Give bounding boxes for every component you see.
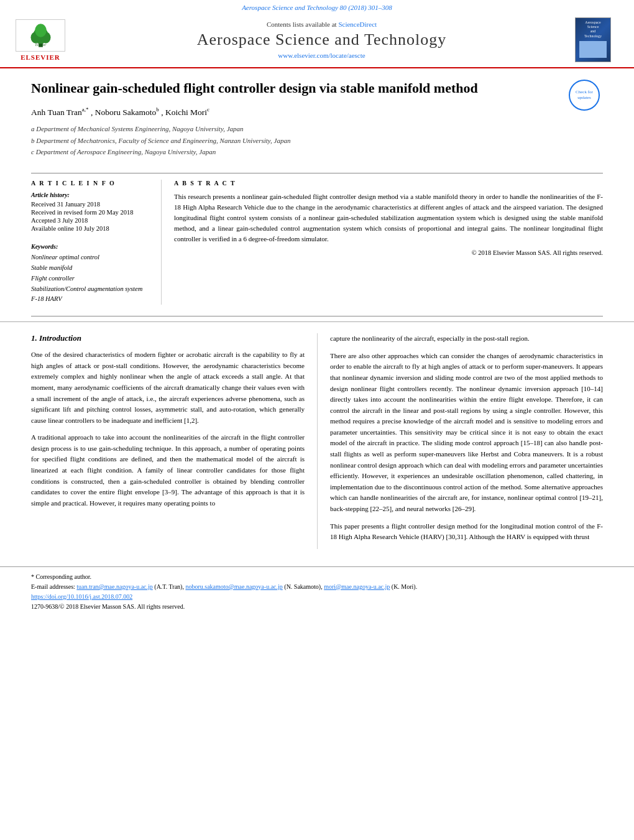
section1-para4: There are also other approaches which ca… bbox=[330, 351, 603, 515]
elsevier-label: ELSEVIER bbox=[21, 53, 60, 61]
email3-name: (K. Mori). bbox=[392, 583, 417, 590]
article-info-abstract: A R T I C L E I N F O Article history: R… bbox=[0, 173, 634, 311]
svg-point-4 bbox=[35, 24, 47, 37]
keyword-4: Stabilization/Control augmentation syste… bbox=[31, 284, 149, 295]
journal-header: Elsevier ELSEVIER Contents lists availab… bbox=[0, 12, 634, 68]
email3-link[interactable]: mori@mae.nagoya-u.ac.jp bbox=[324, 583, 390, 590]
email2-link[interactable]: noboru.sakamoto@mae.nagoya-u.ac.jp bbox=[185, 583, 282, 590]
page-wrapper: Aerospace Science and Technology 80 (201… bbox=[0, 0, 634, 840]
section1-para1: One of the desired characteristics of mo… bbox=[31, 349, 305, 426]
author2-name: , Noboru Sakamoto bbox=[91, 107, 156, 116]
accepted-date: Accepted 3 July 2018 bbox=[31, 217, 149, 224]
top-bar: Aerospace Science and Technology 80 (201… bbox=[0, 0, 634, 12]
cover-image bbox=[579, 41, 607, 58]
logo-box: Elsevier bbox=[16, 19, 65, 52]
check-label: Check forupdates bbox=[573, 87, 595, 103]
sciencedirect-link[interactable]: ScienceDirect bbox=[338, 21, 377, 28]
content-line: Contents lists available at ScienceDirec… bbox=[68, 21, 575, 28]
content-text: Contents lists available at bbox=[267, 21, 337, 28]
affiliation-c: c Department of Aerospace Engineering, N… bbox=[31, 146, 559, 158]
cover-title: AerospaceScienceandTechnology bbox=[584, 21, 602, 39]
abstract-section: A B S T R A C T This research presents a… bbox=[162, 180, 603, 305]
left-column: 1. Introduction One of the desired chara… bbox=[31, 333, 317, 549]
email1-name: (A.T. Tran), bbox=[154, 583, 184, 590]
author1-sup: a,* bbox=[82, 106, 89, 113]
author2-sup: b bbox=[156, 106, 159, 113]
article-title-block: Nonlinear gain-scheduled flight controll… bbox=[31, 80, 559, 167]
keyword-3: Flight controller bbox=[31, 274, 149, 284]
email2-name: (N. Sakamoto), bbox=[284, 583, 322, 590]
affiliations: a Department of Mechanical Systems Engin… bbox=[31, 123, 559, 158]
abstract-text: This research presents a nonlinear gain-… bbox=[174, 192, 603, 244]
article-info: A R T I C L E I N F O Article history: R… bbox=[31, 180, 162, 305]
divider-2 bbox=[31, 316, 603, 316]
authors-line: Anh Tuan Trana,* , Noboru Sakamotob , Ko… bbox=[31, 106, 559, 118]
section1-para5: This paper presents a flight controller … bbox=[330, 521, 603, 543]
elsevier-logo: Elsevier ELSEVIER bbox=[12, 19, 68, 61]
doi-line: https://doi.org/10.1016/j.ast.2018.07.00… bbox=[31, 592, 603, 602]
history-label: Article history: bbox=[31, 192, 149, 198]
section1-para3: capture the nonlinearity of the aircraft… bbox=[330, 333, 603, 344]
copyright: © 2018 Elsevier Masson SAS. All rights r… bbox=[174, 249, 603, 256]
affiliation-b: b Department of Mechatronics, Faculty of… bbox=[31, 135, 559, 147]
keywords-list: Nonlinear optimal control Stable manifol… bbox=[31, 252, 149, 305]
footnotes: * Corresponding author. E-mail addresses… bbox=[0, 566, 634, 612]
abstract-title: A B S T R A C T bbox=[174, 180, 603, 187]
check-for-updates-badge: Check forupdates bbox=[569, 80, 603, 114]
author1-name: Anh Tuan Tran bbox=[31, 107, 82, 116]
journal-ref: Aerospace Science and Technology 80 (201… bbox=[242, 4, 392, 11]
cover-box: AerospaceScienceandTechnology bbox=[575, 17, 611, 62]
keyword-5: F-18 HARV bbox=[31, 294, 149, 305]
email-label: E-mail addresses: bbox=[31, 583, 75, 590]
section1-para2: A traditional approach to take into acco… bbox=[31, 432, 305, 509]
section1-heading: 1. Introduction bbox=[31, 333, 305, 343]
keyword-2: Stable manifold bbox=[31, 263, 149, 274]
journal-url[interactable]: www.elsevier.com/locate/aescte bbox=[68, 52, 575, 59]
article-title: Nonlinear gain-scheduled flight controll… bbox=[31, 80, 559, 98]
available-date: Available online 10 July 2018 bbox=[31, 225, 149, 232]
email-line: E-mail addresses: tuan.tran@mae.nagoya-u… bbox=[31, 582, 603, 592]
keywords-label: Keywords: bbox=[31, 243, 149, 250]
elsevier-tree-icon: Elsevier bbox=[24, 23, 58, 48]
main-content: 1. Introduction One of the desired chara… bbox=[0, 321, 634, 555]
svg-text:Elsevier: Elsevier bbox=[34, 43, 46, 47]
affiliation-a: a Department of Mechanical Systems Engin… bbox=[31, 123, 559, 135]
check-circle: Check forupdates bbox=[569, 80, 600, 111]
issn-line: 1270-9638/© 2018 Elsevier Masson SAS. Al… bbox=[31, 602, 603, 612]
author3-sup: c bbox=[207, 106, 209, 113]
corresponding-author: * Corresponding author. bbox=[31, 572, 603, 582]
doi-link[interactable]: https://doi.org/10.1016/j.ast.2018.07.00… bbox=[31, 593, 132, 600]
email1-link[interactable]: tuan.tran@mae.nagoya-u.ac.jp bbox=[76, 583, 153, 590]
journal-title: Aerospace Science and Technology bbox=[68, 30, 575, 49]
article-info-title: A R T I C L E I N F O bbox=[31, 180, 149, 187]
journal-center: Contents lists available at ScienceDirec… bbox=[68, 21, 575, 59]
author3-name: , Koichi Mori bbox=[161, 107, 207, 116]
keyword-1: Nonlinear optimal control bbox=[31, 252, 149, 263]
received-date: Received 31 January 2018 bbox=[31, 201, 149, 208]
received-revised-date: Received in revised form 20 May 2018 bbox=[31, 209, 149, 216]
right-column: capture the nonlinearity of the aircraft… bbox=[317, 333, 603, 549]
journal-cover: AerospaceScienceandTechnology bbox=[575, 17, 615, 62]
article-section: Nonlinear gain-scheduled flight controll… bbox=[0, 68, 634, 173]
